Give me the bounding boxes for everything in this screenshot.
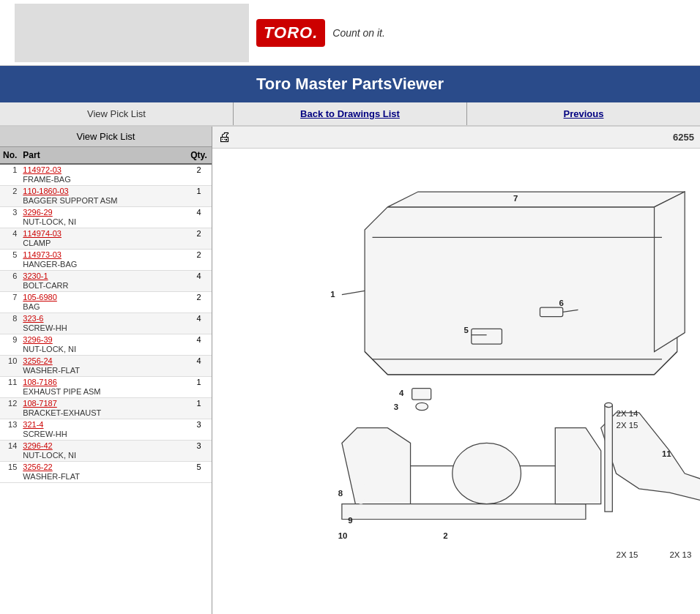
table-row: 9 3296-39 NUT-LOCK, NI 4 [0, 334, 212, 356]
part-link[interactable]: 108-7186 [23, 378, 183, 386]
part-link[interactable]: 105-6980 [23, 293, 183, 302]
part-link[interactable]: 3296-42 [23, 441, 183, 450]
table-row: 8 323-6 SCREW-HH 4 [0, 313, 212, 334]
part-desc: HANGER-BAG [23, 260, 77, 269]
part-no: 15 [0, 462, 20, 483]
part-info: 105-6980 BAG [20, 292, 186, 313]
print-icon[interactable]: 🖨 [218, 130, 231, 145]
toro-logo: TORO. [256, 19, 325, 47]
part-link[interactable]: 3256-24 [23, 356, 183, 365]
part-qty: 5 [186, 462, 212, 483]
part-info: 110-1860-03 BAGGER SUPPORT ASM [20, 186, 186, 207]
table-row: 4 114974-03 CLAMP 2 [0, 228, 212, 250]
part-info: 114974-03 CLAMP [20, 228, 186, 250]
part-no: 3 [0, 207, 20, 228]
part-desc: SCREW-HH [23, 323, 67, 332]
table-row: 6 3230-1 BOLT-CARR 4 [0, 271, 212, 292]
nav-bar: View Pick List Back to Drawings List Pre… [0, 102, 700, 127]
part-link[interactable]: 3296-29 [23, 208, 183, 217]
back-to-drawings-nav[interactable]: Back to Drawings List [234, 102, 467, 125]
part-qty: 1 [186, 186, 212, 207]
part-no: 5 [0, 250, 20, 271]
svg-line-10 [342, 291, 365, 294]
part-desc: BAGGER SUPPORT ASM [23, 196, 117, 205]
part-desc: BRACKET-EXHAUST [23, 408, 101, 417]
svg-text:11: 11 [662, 449, 671, 458]
table-row: 2 110-1860-03 BAGGER SUPPORT ASM 1 [0, 186, 212, 207]
part-link[interactable]: 110-1860-03 [23, 187, 183, 195]
svg-text:4: 4 [399, 389, 404, 397]
part-number-display: 6255 [673, 132, 694, 143]
svg-point-42 [373, 489, 380, 496]
part-link[interactable]: 323-6 [23, 314, 183, 323]
part-qty: 2 [186, 292, 212, 313]
part-link[interactable]: 114974-03 [23, 229, 183, 238]
title-bar: Toro Master PartsViewer [0, 66, 700, 102]
part-qty: 2 [186, 250, 212, 271]
part-qty: 4 [186, 207, 212, 228]
part-info: 108-7187 BRACKET-EXHAUST [20, 398, 186, 419]
part-desc: EXHAUST PIPE ASM [23, 387, 100, 396]
part-no: 13 [0, 419, 20, 441]
part-no: 1 [0, 164, 20, 186]
view-picklist-nav[interactable]: View Pick List [0, 102, 234, 125]
part-info: 3256-24 WASHER-FLAT [20, 356, 186, 377]
part-no: 7 [0, 292, 20, 313]
parts-table: No. Part Qty. 1 114972-03 FRAME-BAG 2 2 … [0, 147, 212, 483]
part-desc: CLAMP [23, 239, 51, 247]
part-qty: 1 [186, 377, 212, 398]
svg-marker-0 [365, 207, 677, 375]
part-no: 2 [0, 186, 20, 207]
right-panel: 🖨 6255 text { font-family: Arial, sans-s… [212, 127, 700, 614]
view-picklist-bar[interactable]: View Pick List [0, 127, 212, 147]
part-info: 114972-03 FRAME-BAG [20, 164, 186, 186]
back-to-drawings-link[interactable]: Back to Drawings List [300, 108, 400, 119]
svg-text:7: 7 [513, 194, 518, 203]
table-row: 11 108-7186 EXHAUST PIPE ASM 1 [0, 377, 212, 398]
part-info: 3230-1 BOLT-CARR [20, 271, 186, 292]
previous-nav[interactable]: Previous [467, 102, 700, 125]
part-info: 3296-29 NUT-LOCK, NI [20, 207, 186, 228]
svg-rect-12 [540, 307, 562, 316]
part-link[interactable]: 3296-39 [23, 335, 183, 344]
svg-point-41 [357, 481, 365, 488]
table-row: 12 108-7187 BRACKET-EXHAUST 1 [0, 398, 212, 419]
svg-text:2X 15: 2X 15 [617, 421, 638, 430]
part-info: 321-4 SCREW-HH [20, 419, 186, 441]
diagram-area: text { font-family: Arial, sans-serif; f… [212, 149, 700, 614]
previous-link[interactable]: Previous [564, 108, 604, 119]
svg-marker-1 [387, 192, 685, 207]
part-qty: 2 [186, 164, 212, 186]
svg-text:10: 10 [338, 531, 348, 540]
part-desc: WASHER-FLAT [23, 472, 80, 481]
part-link[interactable]: 3230-1 [23, 272, 183, 280]
svg-text:2X 13: 2X 13 [669, 550, 691, 559]
svg-text:6: 6 [559, 299, 563, 307]
page-header: TORO. Count on it. [0, 0, 700, 66]
svg-text:2X 14: 2X 14 [617, 409, 639, 418]
part-no: 10 [0, 356, 20, 377]
table-row: 13 321-4 SCREW-HH 3 [0, 419, 212, 441]
part-no: 9 [0, 334, 20, 356]
part-link[interactable]: 114973-03 [23, 250, 183, 259]
part-no: 14 [0, 441, 20, 462]
part-link[interactable]: 108-7187 [23, 399, 183, 408]
part-qty: 4 [186, 356, 212, 377]
part-qty: 3 [186, 419, 212, 441]
part-no: 12 [0, 398, 20, 419]
part-link[interactable]: 3256-22 [23, 463, 183, 471]
svg-point-22 [453, 443, 521, 503]
right-header: 🖨 6255 [212, 127, 700, 149]
part-link[interactable]: 114972-03 [23, 165, 183, 174]
svg-rect-18 [412, 389, 431, 400]
part-qty: 1 [186, 398, 212, 419]
col-qty: Qty. [186, 147, 212, 164]
svg-text:3: 3 [394, 403, 398, 411]
part-link[interactable]: 321-4 [23, 420, 183, 429]
tagline: Count on it. [332, 27, 385, 39]
part-qty: 3 [186, 441, 212, 462]
svg-text:2: 2 [443, 531, 447, 540]
svg-text:8: 8 [338, 489, 343, 498]
part-desc: FRAME-BAG [23, 175, 70, 184]
part-qty: 4 [186, 271, 212, 292]
